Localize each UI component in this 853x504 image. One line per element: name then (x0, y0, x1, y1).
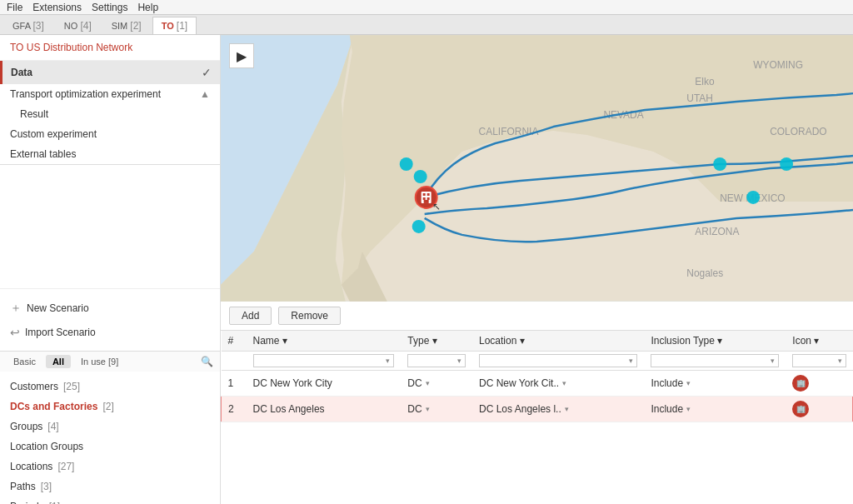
dc-icon-2: 🏢 (792, 401, 809, 417)
groups-label: Groups (10, 421, 42, 432)
svg-point-10 (400, 157, 413, 171)
new-scenario-label: New Scenario (27, 302, 89, 314)
tab-in-use[interactable]: In use [9] (74, 355, 125, 368)
tab-all[interactable]: All (46, 355, 71, 368)
svg-rect-22 (427, 197, 430, 200)
row-type: DC▾ (401, 371, 472, 397)
transport-opt-item[interactable]: Transport optimization experiment ▲ (0, 84, 220, 104)
svg-text:WYOMING: WYOMING (753, 59, 803, 71)
import-icon: ↩ (10, 326, 20, 339)
tab-bar: GFA [3] NO [4] SIM [2] TO [1] (0, 15, 853, 35)
col-type: Type ▾ (401, 331, 472, 352)
locations-label: Locations (10, 461, 52, 472)
svg-rect-20 (427, 193, 430, 196)
location-groups-label: Location Groups (10, 441, 83, 452)
col-icon: Icon ▾ (786, 331, 852, 352)
table-row[interactable]: 2 DC Los Angeles DC▾ DC Los Angeles l.. … (222, 397, 853, 422)
sidebar-item-location-groups[interactable]: Location Groups (0, 437, 220, 457)
check-icon: ✓ (202, 66, 212, 79)
add-btn[interactable]: Add (229, 307, 272, 325)
periods-badge: [1] (49, 501, 60, 505)
sidebar-item-periods[interactable]: Periods [1] (0, 497, 220, 505)
transport-arrow: ▲ (200, 88, 210, 100)
menu-help[interactable]: Help (137, 2, 158, 13)
paths-badge: [3] (41, 481, 52, 492)
svg-rect-23 (424, 200, 429, 203)
row-name: DC Los Angeles (247, 397, 402, 422)
col-name: Name ▾ (247, 331, 402, 352)
row-inclusion: Include▾ (644, 371, 786, 397)
map-nav-btn[interactable]: ▶ (229, 43, 254, 68)
svg-text:ARIZONA: ARIZONA (695, 226, 739, 237)
project-item[interactable]: TO US Distribution Network (0, 35, 220, 61)
sidebar-list: Customers [25] DCs and Factories [2] Gro… (0, 372, 220, 505)
svg-text:UTAH: UTAH (686, 92, 713, 104)
row-location: DC Los Angeles l.. ▾ (472, 397, 644, 422)
row-name: DC New York City (247, 371, 402, 397)
name-filter[interactable]: ▾ (253, 354, 395, 367)
sidebar-item-customers[interactable]: Customers [25] (0, 377, 220, 397)
svg-text:CALIFORNIA: CALIFORNIA (479, 126, 539, 137)
svg-text:Nogales: Nogales (686, 267, 723, 279)
remove-btn[interactable]: Remove (278, 307, 341, 325)
table-header-row: # Name ▾ Type ▾ Location ▾ (222, 331, 853, 352)
external-tables-item[interactable]: External tables (0, 144, 220, 164)
row-location: DC New York Cit.. ▾ (472, 371, 644, 397)
project-name: TO US Distribution Network (10, 42, 132, 53)
icon-filter[interactable]: ▾ (792, 354, 846, 367)
data-panel-title: Data (11, 67, 32, 78)
result-item[interactable]: Result (0, 104, 220, 124)
table-row[interactable]: 1 DC New York City DC▾ DC New York Cit..… (222, 371, 853, 397)
plus-icon: ＋ (10, 301, 22, 316)
row-num: 1 (222, 371, 247, 397)
new-scenario-btn[interactable]: ＋ New Scenario (0, 296, 220, 321)
transport-opt-label: Transport optimization experiment (10, 88, 161, 100)
data-panel-header[interactable]: Data ✓ (0, 61, 220, 84)
menu-settings[interactable]: Settings (92, 2, 127, 13)
row-inclusion: Include▾ (644, 397, 786, 422)
svg-rect-19 (423, 193, 426, 196)
map-container: ▶ CALIFORNIA NEVADA UTAH WY (221, 35, 853, 302)
svg-text:Elko: Elko (695, 76, 715, 87)
dcs-badge: [2] (102, 401, 113, 412)
svg-point-13 (746, 191, 760, 204)
locations-badge: [27] (57, 461, 74, 472)
table-area: Add Remove # Name ▾ (221, 302, 853, 504)
type-filter[interactable]: ▾ (407, 354, 466, 367)
scenario-actions: ＋ New Scenario ↩ Import Scenario (0, 288, 220, 351)
custom-experiment-item[interactable]: Custom experiment (0, 124, 220, 144)
row-icon: 🏢 (786, 397, 852, 422)
sidebar-item-groups[interactable]: Groups [4] (0, 417, 220, 437)
tab-basic[interactable]: Basic (7, 355, 42, 368)
row-icon: 🏢 (786, 371, 852, 397)
import-scenario-label: Import Scenario (25, 327, 96, 338)
menu-bar: File Extensions Settings Help (0, 0, 853, 15)
content-area: ▶ CALIFORNIA NEVADA UTAH WY (221, 35, 853, 504)
locations-table: # Name ▾ Type ▾ Location ▾ (221, 331, 853, 422)
sidebar-item-paths[interactable]: Paths [3] (0, 477, 220, 497)
paths-label: Paths (10, 481, 36, 492)
svg-point-11 (414, 170, 427, 183)
sidebar: TO US Distribution Network Data ✓ Transp… (0, 35, 221, 504)
svg-point-14 (780, 157, 793, 171)
data-panel: Data ✓ Transport optimization experiment… (0, 61, 220, 165)
inclusion-filter[interactable]: ▾ (651, 354, 779, 367)
search-icon[interactable]: 🔍 (201, 356, 213, 367)
table-body: 1 DC New York City DC▾ DC New York Cit..… (222, 371, 853, 422)
periods-label: Periods (10, 501, 44, 505)
sidebar-item-locations[interactable]: Locations [27] (0, 457, 220, 477)
svg-text:COLORADO: COLORADO (770, 126, 827, 137)
location-filter[interactable]: ▾ (479, 354, 637, 367)
tab-no[interactable]: NO [4] (55, 17, 101, 34)
import-scenario-btn[interactable]: ↩ Import Scenario (0, 321, 220, 344)
sidebar-item-dcs-factories[interactable]: DCs and Factories [2] (0, 397, 220, 417)
tab-gfa[interactable]: GFA [3] (3, 17, 53, 34)
dc-icon-1: 🏢 (792, 375, 809, 392)
filter-row: ▾ ▾ ▾ ▾ ▾ (222, 352, 853, 371)
menu-extensions[interactable]: Extensions (32, 2, 82, 13)
tab-to[interactable]: TO [1] (152, 17, 197, 34)
data-table: # Name ▾ Type ▾ Location ▾ (221, 331, 853, 504)
tab-sim[interactable]: SIM [2] (102, 17, 151, 34)
menu-file[interactable]: File (7, 2, 22, 13)
col-num: # (222, 331, 247, 352)
